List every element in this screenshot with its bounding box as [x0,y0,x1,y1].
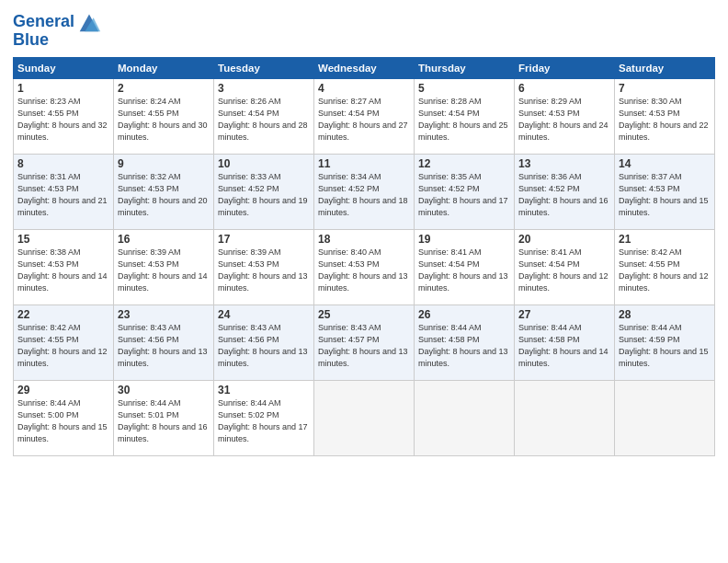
day-number: 18 [318,233,410,246]
day-number: 28 [619,308,711,321]
day-number: 10 [218,157,310,170]
day-number: 21 [619,233,711,246]
day-info: Sunrise: 8:44 AM Sunset: 5:00 PM Dayligh… [17,397,109,445]
header-saturday: Saturday [615,57,715,78]
day-info: Sunrise: 8:26 AM Sunset: 4:54 PM Dayligh… [218,96,310,144]
day-number: 17 [218,233,310,246]
day-info: Sunrise: 8:27 AM Sunset: 4:54 PM Dayligh… [318,96,410,144]
day-cell-15: 15 Sunrise: 8:38 AM Sunset: 4:53 PM Dayl… [14,229,114,304]
day-number: 2 [118,82,210,95]
week-row-5: 29 Sunrise: 8:44 AM Sunset: 5:00 PM Dayl… [14,380,715,455]
day-cell-19: 19 Sunrise: 8:41 AM Sunset: 4:54 PM Dayl… [415,229,515,304]
day-cell-29: 29 Sunrise: 8:44 AM Sunset: 5:00 PM Dayl… [14,380,114,455]
day-info: Sunrise: 8:33 AM Sunset: 4:52 PM Dayligh… [218,171,310,219]
empty-cell [615,380,715,455]
header-tuesday: Tuesday [214,57,314,78]
day-cell-3: 3 Sunrise: 8:26 AM Sunset: 4:54 PM Dayli… [214,78,314,154]
day-info: Sunrise: 8:32 AM Sunset: 4:53 PM Dayligh… [118,171,210,219]
day-info: Sunrise: 8:35 AM Sunset: 4:52 PM Dayligh… [418,171,510,219]
day-info: Sunrise: 8:42 AM Sunset: 4:55 PM Dayligh… [17,322,109,370]
day-info: Sunrise: 8:36 AM Sunset: 4:52 PM Dayligh… [518,171,610,219]
day-info: Sunrise: 8:29 AM Sunset: 4:53 PM Dayligh… [518,96,610,144]
day-cell-30: 30 Sunrise: 8:44 AM Sunset: 5:01 PM Dayl… [114,380,214,455]
day-cell-23: 23 Sunrise: 8:43 AM Sunset: 4:56 PM Dayl… [114,304,214,380]
day-info: Sunrise: 8:44 AM Sunset: 4:58 PM Dayligh… [418,322,510,370]
day-number: 12 [418,157,510,170]
day-info: Sunrise: 8:28 AM Sunset: 4:54 PM Dayligh… [418,96,510,144]
day-cell-27: 27 Sunrise: 8:44 AM Sunset: 4:58 PM Dayl… [515,304,615,380]
day-number: 29 [17,384,109,396]
day-info: Sunrise: 8:44 AM Sunset: 5:01 PM Dayligh… [118,397,210,445]
day-info: Sunrise: 8:44 AM Sunset: 4:58 PM Dayligh… [518,322,610,370]
day-info: Sunrise: 8:43 AM Sunset: 4:56 PM Dayligh… [218,322,310,370]
day-number: 16 [118,233,210,246]
day-cell-16: 16 Sunrise: 8:39 AM Sunset: 4:53 PM Dayl… [114,229,214,304]
week-row-1: 1 Sunrise: 8:23 AM Sunset: 4:55 PM Dayli… [14,78,715,154]
day-number: 5 [418,82,510,95]
header-friday: Friday [515,57,615,78]
day-info: Sunrise: 8:37 AM Sunset: 4:53 PM Dayligh… [619,171,711,219]
day-number: 31 [218,384,310,396]
header-monday: Monday [114,57,214,78]
day-info: Sunrise: 8:43 AM Sunset: 4:56 PM Dayligh… [118,322,210,370]
day-number: 22 [17,308,109,321]
empty-cell [515,380,615,455]
day-cell-26: 26 Sunrise: 8:44 AM Sunset: 4:58 PM Dayl… [415,304,515,380]
day-info: Sunrise: 8:42 AM Sunset: 4:55 PM Dayligh… [619,247,711,294]
day-number: 27 [518,308,610,321]
day-cell-20: 20 Sunrise: 8:41 AM Sunset: 4:54 PM Dayl… [515,229,615,304]
day-number: 8 [17,157,109,170]
day-number: 19 [418,233,510,246]
header: General Blue [13,9,715,50]
logo: General Blue [13,9,102,50]
day-info: Sunrise: 8:44 AM Sunset: 5:02 PM Dayligh… [218,397,310,445]
logo-icon [76,9,102,35]
day-cell-28: 28 Sunrise: 8:44 AM Sunset: 4:59 PM Dayl… [615,304,715,380]
day-number: 30 [118,384,210,396]
day-cell-18: 18 Sunrise: 8:40 AM Sunset: 4:53 PM Dayl… [314,229,415,304]
day-number: 13 [518,157,610,170]
day-cell-1: 1 Sunrise: 8:23 AM Sunset: 4:55 PM Dayli… [14,78,114,154]
day-number: 3 [218,82,310,95]
day-cell-24: 24 Sunrise: 8:43 AM Sunset: 4:56 PM Dayl… [214,304,314,380]
day-number: 11 [318,157,410,170]
day-number: 26 [418,308,510,321]
day-info: Sunrise: 8:43 AM Sunset: 4:57 PM Dayligh… [318,322,410,370]
day-cell-14: 14 Sunrise: 8:37 AM Sunset: 4:53 PM Dayl… [615,154,715,229]
day-info: Sunrise: 8:39 AM Sunset: 4:53 PM Dayligh… [118,247,210,294]
day-number: 9 [118,157,210,170]
day-info: Sunrise: 8:31 AM Sunset: 4:53 PM Dayligh… [17,171,109,219]
week-row-3: 15 Sunrise: 8:38 AM Sunset: 4:53 PM Dayl… [14,229,715,304]
day-info: Sunrise: 8:44 AM Sunset: 4:59 PM Dayligh… [619,322,711,370]
day-cell-21: 21 Sunrise: 8:42 AM Sunset: 4:55 PM Dayl… [615,229,715,304]
logo-text: General [13,13,74,31]
calendar-table: SundayMondayTuesdayWednesdayThursdayFrid… [13,57,715,456]
day-cell-13: 13 Sunrise: 8:36 AM Sunset: 4:52 PM Dayl… [515,154,615,229]
week-row-2: 8 Sunrise: 8:31 AM Sunset: 4:53 PM Dayli… [14,154,715,229]
day-info: Sunrise: 8:39 AM Sunset: 4:53 PM Dayligh… [218,247,310,294]
day-number: 4 [318,82,410,95]
day-number: 23 [118,308,210,321]
day-cell-9: 9 Sunrise: 8:32 AM Sunset: 4:53 PM Dayli… [114,154,214,229]
header-row: SundayMondayTuesdayWednesdayThursdayFrid… [14,57,715,78]
day-info: Sunrise: 8:23 AM Sunset: 4:55 PM Dayligh… [17,96,109,144]
empty-cell [314,380,415,455]
day-cell-31: 31 Sunrise: 8:44 AM Sunset: 5:02 PM Dayl… [214,380,314,455]
empty-cell [415,380,515,455]
day-cell-6: 6 Sunrise: 8:29 AM Sunset: 4:53 PM Dayli… [515,78,615,154]
day-cell-8: 8 Sunrise: 8:31 AM Sunset: 4:53 PM Dayli… [14,154,114,229]
day-cell-25: 25 Sunrise: 8:43 AM Sunset: 4:57 PM Dayl… [314,304,415,380]
day-info: Sunrise: 8:30 AM Sunset: 4:53 PM Dayligh… [619,96,711,144]
header-thursday: Thursday [415,57,515,78]
day-info: Sunrise: 8:41 AM Sunset: 4:54 PM Dayligh… [418,247,510,294]
day-cell-22: 22 Sunrise: 8:42 AM Sunset: 4:55 PM Dayl… [14,304,114,380]
day-number: 6 [518,82,610,95]
day-info: Sunrise: 8:38 AM Sunset: 4:53 PM Dayligh… [17,247,109,294]
day-number: 25 [318,308,410,321]
page-container: General Blue SundayMondayTuesdayWednesda… [0,0,728,464]
day-cell-5: 5 Sunrise: 8:28 AM Sunset: 4:54 PM Dayli… [415,78,515,154]
day-cell-12: 12 Sunrise: 8:35 AM Sunset: 4:52 PM Dayl… [415,154,515,229]
day-cell-10: 10 Sunrise: 8:33 AM Sunset: 4:52 PM Dayl… [214,154,314,229]
day-number: 20 [518,233,610,246]
day-number: 15 [17,233,109,246]
